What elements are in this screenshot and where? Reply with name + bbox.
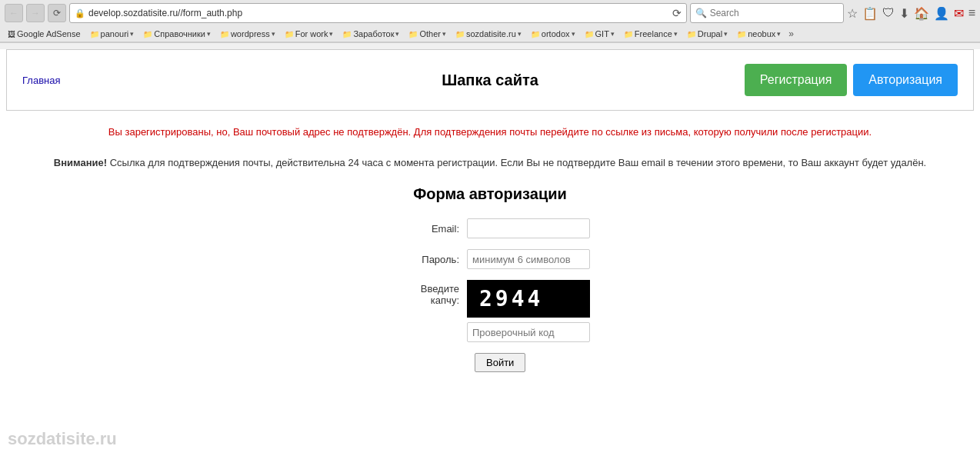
browser-chrome: ← → ⟳ 🔒 ⟳ 🔍 ☆ 📋 🛡 ⬇ 🏠 👤 ✉ ≡ 🖼 Google AdS… xyxy=(0,0,980,43)
lock-icon: 🔒 xyxy=(75,8,85,18)
password-row: Пароль: xyxy=(390,249,590,269)
attention-body: Ссылка для подтверждения почты, действит… xyxy=(107,157,926,168)
bookmark-star-icon[interactable]: ☆ xyxy=(847,6,858,21)
bookmark-adsense-label: Google AdSense xyxy=(17,29,81,38)
bookmark-other[interactable]: 📁 Other ▾ xyxy=(405,28,449,39)
bookmark-panouri-label: panouri xyxy=(101,29,129,38)
email-row: Email: xyxy=(390,218,590,238)
attention-message: Внимание! Ссылка для подтверждения почты… xyxy=(6,148,974,178)
bookmark-other-label: Other xyxy=(419,29,441,38)
chevron-down-icon-4: ▾ xyxy=(329,30,333,38)
home-icon[interactable]: 🏠 xyxy=(914,6,929,21)
shield-icon[interactable]: 🛡 xyxy=(882,6,895,20)
chevron-down-icon-9: ▾ xyxy=(611,30,615,38)
search-input[interactable] xyxy=(710,8,838,18)
bookmark-neobux-label: neobux xyxy=(748,29,775,38)
bookmark-spravochniki-label: Справочники xyxy=(154,29,205,38)
bookmark-sozdatisite-label: sozdatisite.ru xyxy=(466,29,516,38)
reload-button[interactable]: ⟳ xyxy=(48,4,66,22)
user-icon[interactable]: 👤 xyxy=(934,6,949,21)
site-header: Главная Шапка сайта Регистрация Авториза… xyxy=(6,49,974,111)
bookmark-spravochniki-icon: 📁 xyxy=(143,30,152,38)
bookmark-drupal[interactable]: 📁 Drupal ▾ xyxy=(684,28,731,39)
search-icon: 🔍 xyxy=(695,8,707,18)
more-bookmarks-icon[interactable]: » xyxy=(788,28,794,39)
bookmark-zarabotok-icon: 📁 xyxy=(342,30,352,38)
reading-icon[interactable]: 📋 xyxy=(862,6,878,21)
bookmark-panouri[interactable]: 📁 panouri ▾ xyxy=(87,28,138,39)
captcha-group: 2944 xyxy=(467,280,590,342)
bookmark-forwork[interactable]: 📁 For work ▾ xyxy=(282,28,337,39)
submit-button[interactable]: Войти xyxy=(475,353,525,372)
bookmark-neobux[interactable]: 📁 neobux ▾ xyxy=(734,28,784,39)
address-bar: 🔒 ⟳ xyxy=(69,3,687,23)
warning-text: Вы зарегистрированы, но, Ваш почтовый ад… xyxy=(108,126,872,138)
bookmark-freelance[interactable]: 📁 Freelance ▾ xyxy=(621,28,681,39)
menu-icon[interactable]: ≡ xyxy=(968,6,975,20)
mail-icon[interactable]: ✉ xyxy=(954,6,964,21)
bookmark-git-icon: 📁 xyxy=(585,30,594,38)
bookmark-ortodox[interactable]: 📁 ortodox ▾ xyxy=(528,28,578,39)
auth-form: Email: Пароль: Введитекапчу: 2944 Войти xyxy=(390,218,590,372)
form-title: Форма авторизации xyxy=(0,185,980,203)
bookmark-sozdatisite[interactable]: 📁 sozdatisite.ru ▾ xyxy=(452,28,525,39)
bookmark-adsense-icon: 🖼 xyxy=(8,30,15,38)
chevron-down-icon: ▾ xyxy=(130,30,134,38)
auth-button[interactable]: Авторизация xyxy=(853,64,958,96)
bookmark-git[interactable]: 📁 GIT ▾ xyxy=(582,28,618,39)
submit-row: Войти xyxy=(390,353,590,372)
bookmark-drupal-label: Drupal xyxy=(698,29,722,38)
captcha-image: 2944 xyxy=(467,280,590,318)
browser-toolbar-icons: ☆ 📋 🛡 ⬇ 🏠 👤 ✉ ≡ xyxy=(847,6,975,21)
site-watermark: sozdatisite.ru xyxy=(8,429,117,449)
password-input[interactable] xyxy=(467,249,590,269)
bookmark-wordpress-label: wordpress xyxy=(231,29,270,38)
bookmark-wordpress-icon: 📁 xyxy=(220,30,229,38)
bookmark-ortodox-label: ortodox xyxy=(542,29,570,38)
email-input[interactable] xyxy=(467,218,590,238)
warning-message: Вы зарегистрированы, но, Ваш почтовый ад… xyxy=(6,117,974,148)
password-label: Пароль: xyxy=(390,254,467,265)
email-label: Email: xyxy=(390,223,467,235)
captcha-input[interactable] xyxy=(467,322,590,342)
chevron-down-icon-6: ▾ xyxy=(442,30,446,38)
bookmark-sozdatisite-icon: 📁 xyxy=(455,30,465,38)
captcha-label: Введитекапчу: xyxy=(390,280,467,306)
chevron-down-icon-5: ▾ xyxy=(395,30,399,38)
address-input[interactable] xyxy=(88,8,669,18)
bookmark-other-icon: 📁 xyxy=(408,30,418,38)
browser-toolbar: ← → ⟳ 🔒 ⟳ 🔍 ☆ 📋 🛡 ⬇ 🏠 👤 ✉ ≡ xyxy=(0,0,980,26)
forward-button[interactable]: → xyxy=(26,4,45,22)
search-bar: 🔍 xyxy=(690,3,844,23)
site-header-title-container: Шапка сайта xyxy=(442,72,538,89)
attention-prefix: Внимание! xyxy=(54,157,107,168)
site-title: Шапка сайта xyxy=(442,72,538,88)
nav-home-link[interactable]: Главная xyxy=(22,75,60,86)
chevron-down-icon-12: ▾ xyxy=(777,30,781,38)
chevron-down-icon-2: ▾ xyxy=(207,30,211,38)
bookmark-panouri-icon: 📁 xyxy=(90,30,99,38)
download-icon[interactable]: ⬇ xyxy=(899,6,909,21)
register-button[interactable]: Регистрация xyxy=(745,64,848,96)
bookmark-freelance-label: Freelance xyxy=(635,29,672,38)
chevron-down-icon-3: ▾ xyxy=(272,30,275,38)
reload-icon[interactable]: ⟳ xyxy=(672,7,682,19)
captcha-row: Введитекапчу: 2944 xyxy=(390,280,590,342)
bookmark-forwork-label: For work xyxy=(295,29,328,38)
auth-form-section: Форма авторизации Email: Пароль: Введите… xyxy=(0,178,980,380)
header-buttons: Регистрация Авторизация xyxy=(745,64,958,96)
bookmark-drupal-icon: 📁 xyxy=(687,30,696,38)
bookmark-spravochniki[interactable]: 📁 Справочники ▾ xyxy=(140,28,214,39)
bookmark-zarabotok[interactable]: 📁 Заработок ▾ xyxy=(339,28,402,39)
chevron-down-icon-7: ▾ xyxy=(518,30,522,38)
chevron-down-icon-10: ▾ xyxy=(674,30,678,38)
bookmark-adsense[interactable]: 🖼 Google AdSense xyxy=(5,28,84,39)
bookmark-freelance-icon: 📁 xyxy=(624,30,633,38)
bookmarks-bar: 🖼 Google AdSense 📁 panouri ▾ 📁 Справочни… xyxy=(0,26,980,42)
chevron-down-icon-8: ▾ xyxy=(572,30,575,38)
back-button[interactable]: ← xyxy=(5,4,23,22)
bookmark-ortodox-icon: 📁 xyxy=(531,30,540,38)
bookmark-forwork-icon: 📁 xyxy=(285,30,294,38)
bookmark-wordpress[interactable]: 📁 wordpress ▾ xyxy=(217,28,278,39)
bookmark-git-label: GIT xyxy=(595,29,609,38)
